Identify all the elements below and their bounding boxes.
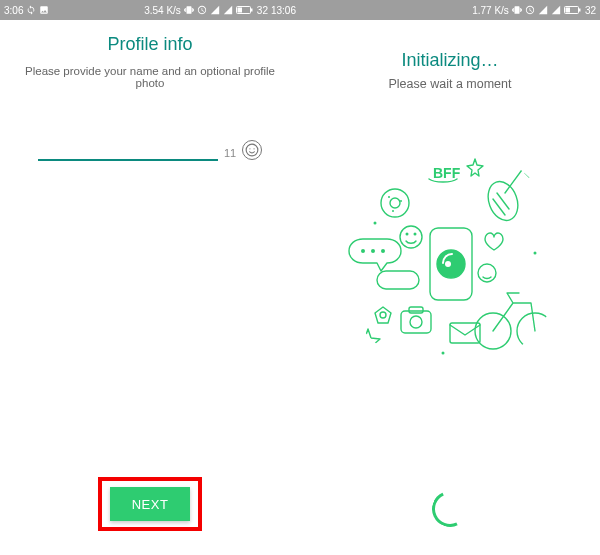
name-input[interactable] bbox=[38, 137, 218, 161]
svg-rect-1 bbox=[237, 8, 242, 13]
svg-point-38 bbox=[534, 252, 537, 255]
status-battery: 32 bbox=[585, 5, 596, 16]
svg-point-5 bbox=[254, 148, 255, 149]
battery-icon bbox=[236, 5, 254, 15]
status-speed: 3.54 K/s bbox=[144, 5, 181, 16]
svg-point-37 bbox=[374, 222, 377, 225]
status-clock: 13:06 bbox=[271, 5, 296, 16]
svg-point-29 bbox=[478, 264, 496, 282]
svg-point-23 bbox=[371, 249, 375, 253]
svg-point-3 bbox=[246, 144, 258, 156]
signal-icon bbox=[538, 5, 548, 15]
alarm-icon bbox=[525, 5, 535, 15]
svg-rect-2 bbox=[251, 9, 253, 12]
doodle-illustration: BFF bbox=[300, 143, 600, 373]
svg-rect-32 bbox=[409, 307, 423, 313]
status-time: 3:06 bbox=[4, 5, 23, 16]
svg-rect-8 bbox=[579, 9, 581, 12]
svg-point-18 bbox=[390, 198, 400, 208]
svg-point-20 bbox=[400, 200, 402, 202]
svg-point-26 bbox=[400, 226, 422, 248]
loading-spinner-icon bbox=[427, 486, 473, 532]
emoji-icon[interactable] bbox=[242, 140, 262, 160]
status-bar-right: 1.77 K/s 32 bbox=[300, 0, 600, 20]
status-battery: 32 bbox=[257, 5, 268, 16]
svg-point-27 bbox=[406, 233, 409, 236]
svg-rect-25 bbox=[377, 271, 419, 289]
char-count: 11 bbox=[224, 147, 236, 161]
next-button[interactable]: NEXT bbox=[110, 487, 190, 521]
vibrate-icon bbox=[184, 5, 194, 15]
phone-profile-info: 3:06 3.54 K/s 32 bbox=[0, 0, 300, 555]
loading-spinner-area bbox=[300, 491, 600, 555]
next-button-area: NEXT bbox=[0, 477, 300, 555]
annotation-highlight: NEXT bbox=[98, 477, 202, 531]
svg-point-21 bbox=[392, 210, 394, 212]
page-subtitle: Please provide your name and an optional… bbox=[0, 65, 300, 89]
svg-point-28 bbox=[414, 233, 417, 236]
phone-initializing: 1.77 K/s 32 Initializing… Please wait a … bbox=[300, 0, 600, 555]
svg-rect-30 bbox=[401, 311, 431, 333]
svg-point-22 bbox=[361, 249, 365, 253]
svg-point-39 bbox=[442, 352, 445, 355]
status-bar-left: 3:06 3.54 K/s 32 bbox=[0, 0, 300, 20]
battery-icon bbox=[564, 5, 582, 15]
vibrate-icon bbox=[512, 5, 522, 15]
init-title: Initializing… bbox=[300, 50, 600, 71]
sync-icon bbox=[26, 5, 36, 15]
signal-icon bbox=[210, 5, 220, 15]
svg-rect-7 bbox=[565, 8, 570, 13]
svg-point-12 bbox=[445, 261, 451, 267]
svg-point-17 bbox=[381, 189, 409, 217]
alarm-icon bbox=[197, 5, 207, 15]
signal-icon bbox=[223, 5, 233, 15]
svg-point-31 bbox=[410, 316, 422, 328]
name-input-row: 11 bbox=[0, 137, 300, 161]
svg-point-35 bbox=[380, 312, 386, 318]
svg-point-4 bbox=[250, 148, 251, 149]
init-subtitle: Please wait a moment bbox=[300, 77, 600, 91]
svg-point-24 bbox=[381, 249, 385, 253]
page-title: Profile info bbox=[0, 34, 300, 55]
signal-icon bbox=[551, 5, 561, 15]
image-icon bbox=[39, 5, 49, 15]
status-speed: 1.77 K/s bbox=[472, 5, 509, 16]
svg-point-19 bbox=[388, 196, 390, 198]
